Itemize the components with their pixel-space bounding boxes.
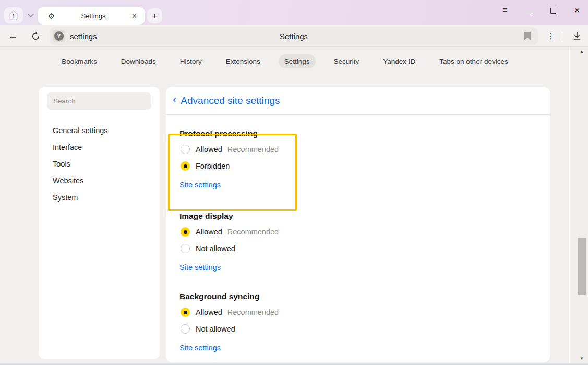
sidebar-item-websites[interactable]: Websites	[39, 172, 160, 189]
nav-tab-other-devices[interactable]: Tabs on other devices	[434, 54, 513, 68]
radio-label: Allowed	[196, 228, 222, 236]
back-button[interactable]: ←	[4, 25, 22, 47]
tab-group-count: 1	[8, 10, 19, 21]
scroll-up-icon[interactable]: ▲	[579, 49, 585, 54]
nav-tab-bookmarks[interactable]: Bookmarks	[56, 54, 103, 68]
radio-option-not-allowed[interactable]: Not allowed	[179, 321, 536, 337]
advanced-site-settings-back-link[interactable]: ‹ Advanced site settings	[173, 94, 280, 107]
back-chevron-icon: ‹	[173, 94, 176, 107]
tab-list-chevron-button[interactable]	[24, 7, 38, 23]
reload-button[interactable]	[27, 25, 44, 47]
settings-sidebar: General settings Interface Tools Website…	[39, 87, 160, 359]
radio-icon[interactable]	[181, 324, 190, 334]
radio-label: Allowed	[196, 308, 222, 316]
nav-tab-security[interactable]: Security	[328, 54, 365, 68]
site-settings-link[interactable]: Site settings	[179, 262, 221, 273]
radio-icon[interactable]	[181, 145, 190, 154]
radio-label: Not allowed	[196, 244, 235, 253]
tab-title: Settings	[55, 12, 131, 20]
radio-label: Not allowed	[196, 325, 235, 333]
site-settings-link[interactable]: Site settings	[179, 343, 221, 353]
section-background-syncing: Background syncing Allowed Recommended N…	[179, 291, 536, 353]
download-icon	[573, 32, 581, 40]
reload-icon	[31, 32, 40, 41]
section-title: Image display	[179, 211, 536, 221]
radio-label: Forbidden	[196, 162, 230, 170]
downloads-button[interactable]	[569, 25, 585, 47]
back-link-label: Advanced site settings	[181, 95, 280, 107]
sidebar-item-system[interactable]: System	[39, 189, 160, 206]
nav-tab-extensions[interactable]: Extensions	[220, 54, 266, 68]
toolbar-divider	[562, 31, 562, 41]
nav-tab-downloads[interactable]: Downloads	[115, 54, 162, 68]
maximize-icon	[550, 8, 556, 14]
browser-menu-icon[interactable]: ≡	[500, 6, 510, 15]
minimize-icon	[526, 13, 532, 13]
page-scrollbar[interactable]: ▲ ▼	[570, 47, 588, 365]
window-controls: ≡ ×	[500, 0, 582, 21]
radio-icon[interactable]	[181, 161, 190, 171]
scroll-down-icon[interactable]: ▼	[579, 356, 585, 361]
gear-icon: ⚙	[48, 11, 55, 21]
search-input[interactable]	[47, 92, 151, 110]
tab-group-shield-icon: 1	[8, 10, 19, 21]
radio-label: Allowed	[196, 145, 222, 154]
address-bar[interactable]: Y settings Settings	[50, 27, 538, 45]
main-header: ‹ Advanced site settings	[166, 87, 550, 115]
tab-group-button[interactable]: 1	[4, 7, 23, 23]
radio-option-allowed[interactable]: Allowed Recommended	[179, 141, 536, 158]
radio-icon[interactable]	[181, 308, 190, 317]
section-image-display: Image display Allowed Recommended Not al…	[179, 211, 536, 273]
chevron-down-icon	[28, 14, 34, 17]
nav-tab-yandex-id[interactable]: Yandex ID	[377, 54, 421, 68]
maximize-button[interactable]	[548, 6, 558, 15]
section-protocol-processing: Protocol processing Allowed Recommended …	[179, 128, 536, 190]
main-settings-panel: ‹ Advanced site settings Protocol proces…	[166, 87, 550, 362]
settings-nav-row: Bookmarks Downloads History Extensions S…	[0, 54, 570, 68]
radio-option-allowed[interactable]: Allowed Recommended	[179, 223, 536, 240]
settings-page: Bookmarks Downloads History Extensions S…	[0, 47, 588, 365]
extensions-menu-button[interactable]: ⋮	[546, 25, 556, 47]
new-tab-button[interactable]: +	[147, 8, 162, 23]
scrollbar-thumb[interactable]	[578, 238, 586, 295]
nav-tab-settings[interactable]: Settings	[279, 54, 316, 68]
tab-settings[interactable]: ⚙ Settings ×	[38, 7, 145, 25]
radio-icon[interactable]	[181, 244, 190, 253]
yandex-site-icon: Y	[54, 31, 64, 41]
radio-option-not-allowed[interactable]: Not allowed	[179, 240, 536, 257]
titlebar: 1 ⚙ Settings × + ≡ ×	[0, 0, 588, 25]
radio-icon[interactable]	[181, 227, 190, 237]
url-text[interactable]: settings	[70, 32, 97, 41]
recommended-note: Recommended	[227, 308, 279, 316]
radio-option-allowed[interactable]: Allowed Recommended	[179, 304, 536, 321]
page-title: Settings	[50, 32, 538, 41]
sidebar-item-general-settings[interactable]: General settings	[39, 122, 160, 139]
section-title: Protocol processing	[179, 128, 536, 139]
minimize-button[interactable]	[524, 6, 534, 15]
site-icon-badge[interactable]: Y	[53, 30, 65, 42]
recommended-note: Recommended	[227, 228, 279, 236]
recommended-note: Recommended	[227, 145, 279, 154]
sidebar-item-tools[interactable]: Tools	[39, 156, 160, 172]
toolbar: ← Y settings Settings ⋮	[0, 25, 588, 47]
tab-close-icon[interactable]: ×	[132, 11, 137, 21]
section-title: Background syncing	[179, 291, 536, 302]
bookmark-button[interactable]	[524, 32, 531, 40]
sidebar-item-interface[interactable]: Interface	[39, 139, 160, 156]
window-close-button[interactable]: ×	[572, 6, 582, 15]
nav-tab-history[interactable]: History	[174, 54, 208, 68]
bookmark-icon	[524, 32, 531, 40]
radio-option-forbidden[interactable]: Forbidden	[179, 158, 536, 174]
site-settings-link[interactable]: Site settings	[179, 180, 221, 190]
